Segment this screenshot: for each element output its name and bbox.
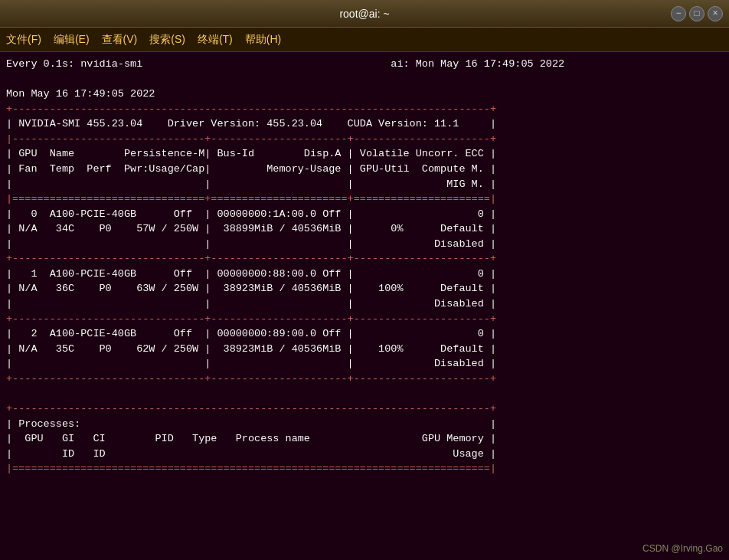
col-header-2: | Fan Temp Perf Pwr:Usage/Cap| Memory-Us… — [6, 162, 723, 177]
close-button[interactable]: × — [708, 6, 723, 21]
menu-edit[interactable]: 编辑(E) — [54, 33, 90, 47]
terminal-content[interactable]: Every 0.1s: nvidia-smi ai: Mon May 16 17… — [0, 52, 729, 560]
smi-version-line: | NVIDIA-SMI 455.23.04 Driver Version: 4… — [6, 116, 723, 132]
col-header-1: | GPU Name Persistence-M| Bus-Id Disp.A … — [6, 146, 723, 162]
gpu0-line3: | | | Disabled | — [6, 237, 723, 252]
proc-col-header: | GPU GI CI PID Type Process name GPU Me… — [6, 431, 723, 447]
proc-col-header2: | ID ID Usage | — [6, 447, 723, 462]
gpu2-line2: | N/A 35C P0 62W / 250W | 38923MiB / 405… — [6, 342, 723, 357]
proc-top-border: +---------------------------------------… — [6, 401, 723, 417]
gpu2-border: +-------------------------------+-------… — [6, 372, 723, 387]
menu-terminal[interactable]: 终端(T) — [198, 33, 233, 47]
gpu2-line3: | | | Disabled | — [6, 356, 723, 372]
menubar: 文件(F) 编辑(E) 查看(V) 搜索(S) 终端(T) 帮助(H) — [0, 28, 729, 52]
header-border-1: |-------------------------------+-------… — [6, 132, 723, 147]
window-controls[interactable]: − □ × — [671, 6, 723, 21]
header-line: Every 0.1s: nvidia-smi ai: Mon May 16 17… — [6, 57, 723, 72]
menu-file[interactable]: 文件(F) — [6, 33, 41, 47]
timestamp-line: Mon May 16 17:49:05 2022 — [6, 87, 723, 102]
maximize-button[interactable]: □ — [689, 6, 704, 21]
menu-search[interactable]: 搜索(S) — [149, 33, 185, 47]
gpu1-line3: | | | Disabled | — [6, 296, 723, 312]
gpu1-line2: | N/A 36C P0 63W / 250W | 38923MiB / 405… — [6, 281, 723, 296]
gpu2-line1: | 2 A100-PCIE-40GB Off | 00000000:89:00.… — [6, 326, 723, 342]
gpu0-border: +-------------------------------+-------… — [6, 251, 723, 267]
gpu1-border: +-------------------------------+-------… — [6, 312, 723, 327]
menu-view[interactable]: 查看(V) — [102, 33, 138, 47]
empty-line-2 — [6, 386, 723, 401]
top-border: +---------------------------------------… — [6, 102, 723, 117]
gpu1-line1: | 1 A100-PCIE-40GB Off | 00000000:88:00.… — [6, 267, 723, 282]
empty-line-1 — [6, 72, 723, 87]
titlebar: root@ai: ~ − □ × — [0, 0, 729, 28]
watermark: CSDN @Irving.Gao — [642, 543, 723, 554]
minimize-button[interactable]: − — [671, 6, 686, 21]
proc-eq-border: |=======================================… — [6, 461, 723, 476]
col-header-3: | | | MIG M. | — [6, 177, 723, 192]
proc-header: | Processes: | — [6, 417, 723, 432]
header-border-2: |===============================+=======… — [6, 192, 723, 207]
gpu0-line2: | N/A 34C P0 57W / 250W | 38899MiB / 405… — [6, 221, 723, 237]
menu-help[interactable]: 帮助(H) — [245, 33, 281, 47]
gpu0-line1: | 0 A100-PCIE-40GB Off | 00000000:1A:00.… — [6, 207, 723, 222]
window-title: root@ai: ~ — [339, 8, 389, 20]
